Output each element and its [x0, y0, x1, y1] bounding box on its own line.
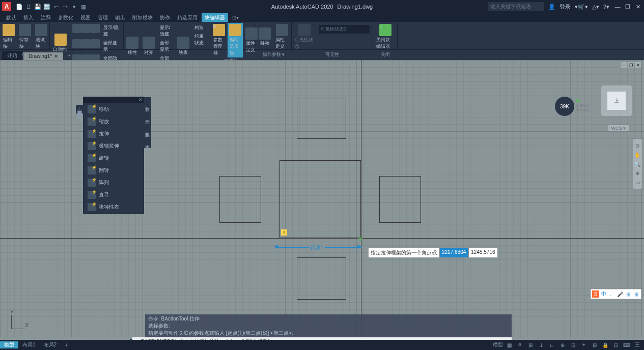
- ime-btn[interactable]: ⊞: [625, 290, 632, 298]
- warning-icon[interactable]: !: [281, 229, 287, 236]
- status-model-label[interactable]: 模型: [493, 341, 503, 348]
- menu-featured[interactable]: 精选应用: [174, 13, 201, 22]
- minimize-button[interactable]: —: [613, 3, 622, 11]
- performance-gauge[interactable]: 39K 0.2K/s 0K/s: [555, 97, 591, 117]
- show-hide-button[interactable]: 显示/隐藏: [158, 24, 174, 38]
- nav-orbit-icon[interactable]: ⊕: [633, 168, 642, 178]
- wcs-dropdown[interactable]: WCS ▾: [608, 125, 629, 131]
- menu-annotate[interactable]: 注释: [38, 13, 54, 22]
- shape-rect[interactable]: [297, 99, 346, 139]
- tab-close-icon[interactable]: ✕: [54, 53, 58, 59]
- status-icon[interactable]: ⊡: [569, 341, 578, 349]
- doc-maximize-button[interactable]: ❐: [628, 62, 634, 68]
- help-search-input[interactable]: 键入关键字或短语: [488, 2, 544, 11]
- visibility-state-button[interactable]: 可见性状态: [293, 23, 316, 51]
- constraint-icon[interactable]: [91, 24, 100, 33]
- cloud-icon[interactable]: △▾: [592, 4, 599, 10]
- tab-drawing1[interactable]: Drawing1*✕: [23, 52, 63, 60]
- constraint-icon[interactable]: [91, 39, 100, 48]
- qat-drop-icon[interactable]: ▾: [70, 3, 78, 11]
- ime-btn[interactable]: 、: [608, 290, 615, 298]
- status-icon[interactable]: ⌨: [622, 341, 631, 349]
- command-history[interactable]: 命令: BActionTool 拉伸 选择参数: 指定要与动作关联的参数点或输入…: [145, 314, 512, 337]
- authoring-palette-button[interactable]: 编写选项板: [228, 23, 243, 57]
- palette-move[interactable]: 移动: [83, 103, 144, 115]
- nav-zoom-icon[interactable]: 🔍: [633, 159, 642, 168]
- palette-tab-params[interactable]: 参数: [144, 97, 151, 110]
- constraint-icon[interactable]: [72, 39, 81, 48]
- status-layout1-tab[interactable]: 布局1: [18, 341, 40, 348]
- dimension-label[interactable]: 距离1: [310, 244, 325, 251]
- constraint-icon[interactable]: [81, 39, 91, 48]
- ime-btn[interactable]: S: [592, 290, 599, 298]
- status-layout2-tab[interactable]: 布局2: [40, 341, 61, 348]
- help-icon[interactable]: ?▾: [603, 4, 609, 10]
- login-button[interactable]: 登录: [559, 3, 571, 11]
- status-icon[interactable]: ⊡: [611, 341, 621, 349]
- constraint-icon[interactable]: [81, 24, 91, 33]
- doc-minimize-button[interactable]: —: [621, 62, 627, 68]
- menu-insert[interactable]: 插入: [20, 13, 37, 22]
- viewcube-face[interactable]: 上: [607, 92, 626, 110]
- constraint-icon[interactable]: [72, 24, 81, 33]
- status-icon[interactable]: ⊞: [590, 341, 599, 349]
- status-icon[interactable]: ⊥: [537, 341, 546, 349]
- cart-icon[interactable]: ▾🛒▾: [575, 4, 588, 10]
- edit-block-button[interactable]: 编辑块: [1, 23, 16, 51]
- menu-output[interactable]: 输出: [112, 13, 128, 22]
- palette-close-icon[interactable]: ✕: [138, 97, 143, 103]
- menu-view[interactable]: 视图: [77, 13, 94, 22]
- menu-collab[interactable]: 协作: [157, 13, 173, 22]
- shape-rect[interactable]: [279, 160, 361, 238]
- palette-stretch[interactable]: 拉伸: [83, 128, 144, 140]
- shape-rect[interactable]: [379, 176, 421, 223]
- nav-wheel-icon[interactable]: ⊙: [633, 141, 642, 150]
- show-hide-button[interactable]: 显示/隐藏: [102, 24, 121, 38]
- maximize-button[interactable]: ❐: [624, 3, 632, 11]
- ime-btn[interactable]: 🎤: [617, 290, 624, 298]
- palette-rotate[interactable]: 旋转: [83, 152, 144, 164]
- ucs-icon[interactable]: Y X: [6, 310, 29, 332]
- close-blockeditor-button[interactable]: ✓关闭块编辑器: [374, 23, 396, 51]
- palette-proptable[interactable]: 块特性表: [83, 201, 144, 213]
- menu-parametric[interactable]: 参数化: [55, 13, 76, 22]
- status-menu-icon[interactable]: 三: [633, 341, 642, 349]
- drawing-canvas[interactable]: 距离1 ! 指定拉伸框架的第一个角点或 2217.6304 1245.5716 …: [0, 60, 644, 337]
- move-button[interactable]: 移动: [257, 23, 272, 51]
- qat-open-icon[interactable]: 🗋: [24, 3, 33, 11]
- test-block-button[interactable]: 测试块: [34, 23, 49, 51]
- menu-expand-icon[interactable]: ⊡▾: [229, 13, 242, 22]
- param-manager-button[interactable]: fx参数管理器: [211, 23, 227, 57]
- app-logo[interactable]: A: [2, 2, 11, 11]
- menu-default[interactable]: 默认: [3, 13, 19, 22]
- status-icon[interactable]: ⌖: [579, 341, 589, 349]
- qat-save-icon[interactable]: 💾: [34, 3, 42, 11]
- palette-polarstretch[interactable]: 极轴拉伸: [83, 140, 144, 152]
- show-all-button[interactable]: 全部显示: [102, 39, 121, 53]
- status-add-tab[interactable]: +: [61, 342, 72, 348]
- status-icon[interactable]: #: [515, 341, 524, 349]
- palette-flip[interactable]: 翻转: [83, 164, 144, 177]
- constraint-status-button[interactable]: 约束状态: [193, 33, 208, 47]
- status-icon[interactable]: ▦: [505, 341, 514, 349]
- palette-array[interactable]: 阵列: [83, 177, 144, 189]
- palette-tab-actions[interactable]: 动作: [144, 110, 151, 123]
- input-x-field[interactable]: 2217.6304: [440, 248, 468, 257]
- qat-grid-icon[interactable]: ▦: [79, 3, 88, 11]
- status-model-tab[interactable]: 模型: [0, 341, 18, 348]
- status-icon[interactable]: 🔒: [601, 341, 610, 349]
- doc-close-button[interactable]: ✕: [635, 62, 641, 68]
- nav-pan-icon[interactable]: ✋: [633, 150, 642, 159]
- menu-addins[interactable]: 附加模块: [129, 13, 156, 22]
- palette-scale[interactable]: 缩放: [83, 115, 144, 128]
- qat-saveas-icon[interactable]: 🔙: [43, 3, 51, 11]
- input-y-field[interactable]: 1245.5716: [469, 248, 497, 257]
- tab-new-button[interactable]: +: [64, 51, 74, 60]
- close-button[interactable]: ✕: [634, 3, 642, 11]
- user-icon[interactable]: 👤: [548, 4, 555, 10]
- ime-btn[interactable]: ⊞: [633, 290, 640, 298]
- status-icon[interactable]: ∟: [547, 341, 556, 349]
- save-block-button[interactable]: 保存块: [17, 23, 33, 51]
- qat-redo-icon[interactable]: ↪: [61, 3, 69, 11]
- qat-undo-icon[interactable]: ↩: [52, 3, 60, 11]
